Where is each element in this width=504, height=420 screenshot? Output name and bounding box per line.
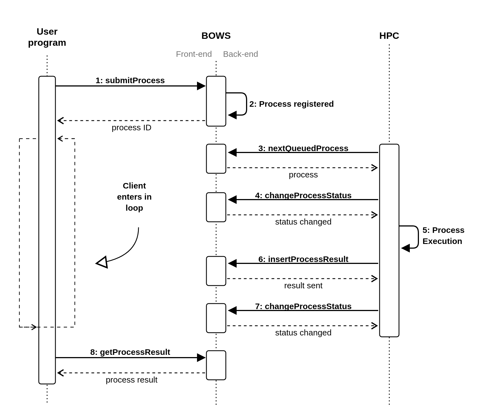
msg-7-return-label: status changed [275, 328, 331, 337]
msg-2-self [226, 93, 247, 115]
msg-6-label: 6: insertProcessResult [258, 254, 348, 264]
bows-frontend-label: Front-end [176, 49, 212, 58]
activation-bows-1 [206, 76, 226, 126]
msg-5-label-2: Execution [423, 236, 462, 246]
sequence-diagram: User program BOWS Front-end Back-end HPC… [0, 0, 504, 420]
loop-annotation-3: loop [126, 203, 143, 212]
msg-3-return-label: process [289, 170, 318, 179]
activation-bows-3 [206, 193, 226, 222]
activation-user-main [39, 76, 55, 384]
participant-user-title-1: User [37, 26, 58, 37]
msg-5-label-1: 5: Process [423, 225, 465, 235]
activation-bows-6 [206, 351, 226, 380]
msg-4-label: 4: changeProcessStatus [255, 191, 352, 200]
participant-hpc-title: HPC [379, 30, 399, 41]
activation-bows-5 [206, 304, 226, 333]
participant-user-title-2: program [28, 37, 66, 48]
loop-annotation-2: enters in [117, 192, 152, 201]
msg-3-label: 3: nextQueuedProcess [258, 144, 348, 153]
msg-1-return-label: process ID [112, 123, 151, 132]
msg-7-label: 7: changeProcessStatus [255, 302, 352, 311]
participant-bows-title: BOWS [201, 30, 231, 41]
loop-annotation-arrow [97, 227, 139, 263]
msg-8-return-label: process result [106, 375, 158, 384]
activation-bows-4 [206, 256, 226, 286]
loop-annotation-1: Client [123, 181, 146, 190]
msg-8-label: 8: getProcessResult [90, 347, 170, 357]
msg-2-label: 2: Process registered [249, 99, 334, 108]
msg-5-self [399, 226, 418, 248]
activation-bows-2 [206, 144, 226, 173]
msg-6-return-label: result sent [284, 281, 323, 290]
msg-4-return-label: status changed [275, 217, 331, 226]
bows-backend-label: Back-end [223, 49, 258, 58]
activation-hpc [380, 144, 399, 337]
msg-1-label: 1: submitProcess [96, 76, 165, 85]
